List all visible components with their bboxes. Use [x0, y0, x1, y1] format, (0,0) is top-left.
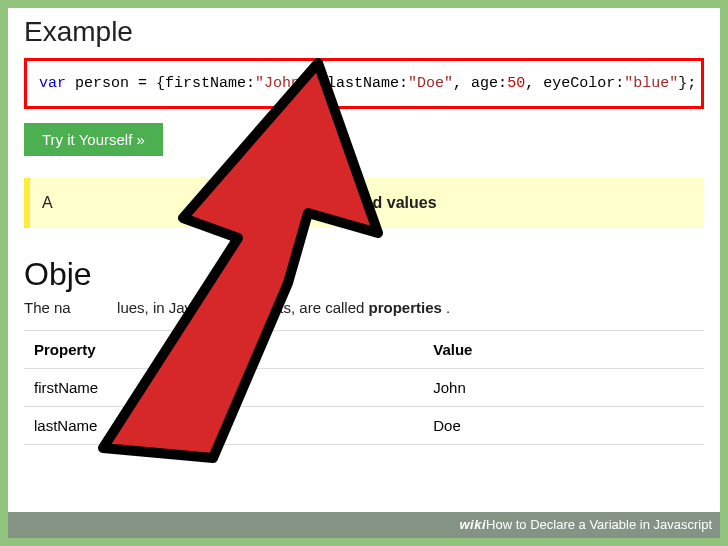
code-segment: var: [39, 75, 66, 92]
section-heading: Obje pe: [24, 256, 704, 293]
footer-title: How to Declare a Variable in Javascript: [486, 517, 712, 532]
heading-part-2: pe: [229, 256, 265, 292]
table-cell: firstName: [24, 369, 423, 407]
code-segment: , lastName:: [309, 75, 408, 92]
table-cell: lastName: [24, 407, 423, 445]
table-cell: Doe: [423, 407, 704, 445]
p-part-1: lues, in Jav: [117, 299, 192, 316]
page-stage: Example var person = {firstName:"John", …: [0, 0, 728, 546]
table-header-row: Property Value: [24, 331, 704, 369]
code-example-block: var person = {firstName:"John", lastName…: [24, 58, 704, 109]
example-title: Example: [24, 16, 704, 48]
code-segment: , eyeColor:: [525, 75, 624, 92]
th-property: Property: [24, 331, 423, 369]
th-value: Value: [423, 331, 704, 369]
code-segment: "blue": [624, 75, 678, 92]
p-part-2: ript objects, are called: [218, 299, 368, 316]
code-segment: };: [678, 75, 696, 92]
heading-part-1: Obje: [24, 256, 92, 292]
callout-bold: named values: [331, 194, 437, 211]
code-segment: 50: [507, 75, 525, 92]
p-part-4: .: [446, 299, 450, 316]
table-cell: John: [423, 369, 704, 407]
table-row: firstNameJohn: [24, 369, 704, 407]
properties-table: Property Value firstNameJohnlastNameDoe: [24, 330, 704, 445]
callout-text-2: on of: [291, 194, 331, 211]
p-part-0: The na: [24, 299, 71, 316]
code-segment: "John": [255, 75, 309, 92]
code-segment: "Doe": [408, 75, 453, 92]
code-segment: , age:: [453, 75, 507, 92]
callout-text-1: A: [42, 194, 52, 211]
table-row: lastNameDoe: [24, 407, 704, 445]
footer-bar: wikiHow to Declare a Variable in Javascr…: [8, 512, 720, 538]
try-it-yourself-button[interactable]: Try it Yourself »: [24, 123, 163, 156]
definition-callout: A on of named values: [24, 178, 704, 228]
footer-brand: wiki: [460, 517, 487, 532]
code-segment: person = {firstName:: [66, 75, 255, 92]
section-paragraph: The na lues, in Jav ript objects, are ca…: [24, 299, 704, 316]
p-part-bold: properties: [369, 299, 442, 316]
